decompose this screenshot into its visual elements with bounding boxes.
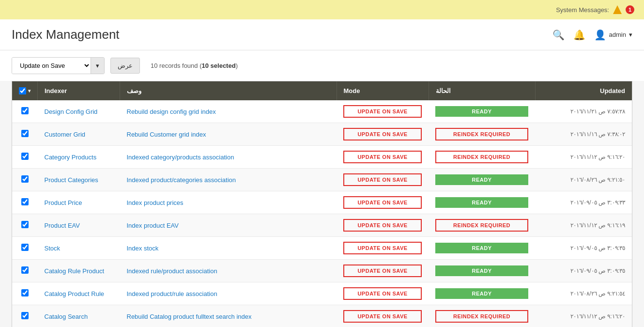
mode-badge: UPDATE ON SAVE (343, 105, 422, 118)
mode-badge: UPDATE ON SAVE (343, 242, 422, 254)
status-badge: READY (435, 106, 528, 117)
select-all-checkbox[interactable] (19, 87, 26, 94)
row-checkbox-cell (12, 123, 38, 146)
status-badge: READY (435, 243, 528, 253)
row-mode: UPDATE ON SAVE (337, 260, 429, 282)
row-status: REINDEX REQUIRED (429, 146, 535, 169)
row-status: READY (429, 169, 535, 191)
row-updated: ٩:٢١:٥٤ ص ٢٠١٦/٠٨/٢٦ (535, 282, 632, 305)
row-updated: ٩:٢١:٥٠ ص ٢٠١٦/٠٨/٢٦ (535, 169, 632, 191)
th-mode: Mode (337, 81, 429, 100)
mode-badge: UPDATE ON SAVE (343, 287, 422, 300)
page-title: Index Management (12, 27, 120, 42)
submit-button[interactable]: عرض (110, 58, 140, 74)
row-checkbox-cell (12, 146, 38, 169)
row-mode: UPDATE ON SAVE (337, 100, 429, 123)
action-select[interactable]: Update on Save Update by Schedule (12, 58, 91, 74)
row-checkbox[interactable] (21, 221, 29, 228)
mode-badge: UPDATE ON SAVE (343, 196, 422, 209)
row-description: Index product prices (120, 191, 337, 214)
row-status: READY (429, 237, 535, 260)
row-status: REINDEX REQUIRED (429, 305, 535, 327)
row-checkbox[interactable] (21, 312, 29, 319)
row-description: Indexed rule/product association (120, 260, 337, 282)
action-select-wrapper[interactable]: Update on Save Update by Schedule ▾ (12, 57, 105, 74)
admin-user-menu[interactable]: 👤 admin ▾ (594, 29, 632, 41)
row-checkbox[interactable] (21, 289, 29, 296)
status-badge: READY (435, 288, 528, 299)
row-status: REINDEX REQUIRED (429, 123, 535, 146)
mode-badge: UPDATE ON SAVE (343, 173, 422, 186)
search-icon[interactable]: 🔍 (552, 29, 565, 41)
admin-chevron-icon: ▾ (629, 31, 632, 38)
row-description: Indexed product/categories association (120, 169, 337, 191)
row-indexer: Stock (38, 237, 120, 260)
system-messages-label: System Messages: (556, 6, 609, 14)
system-bar: System Messages: 1 (0, 0, 644, 19)
row-checkbox-cell (12, 282, 38, 305)
row-mode: UPDATE ON SAVE (337, 282, 429, 305)
row-status: READY (429, 100, 535, 123)
records-end: ) (236, 62, 238, 69)
indexer-link[interactable]: Category Products (45, 154, 97, 161)
row-indexer: Product EAV (38, 214, 120, 237)
row-checkbox-cell (12, 260, 38, 282)
indexer-link[interactable]: Customer Grid (45, 131, 86, 138)
indexer-link[interactable]: Stock (45, 245, 61, 252)
status-badge: REINDEX REQUIRED (435, 310, 528, 323)
row-checkbox[interactable] (21, 153, 29, 160)
row-checkbox[interactable] (21, 175, 29, 183)
records-info: 10 records found (10 selected) (151, 62, 238, 69)
page-header: Index Management 🔍 🔔 👤 admin ▾ (0, 19, 644, 50)
row-updated: ٣:٠٩:٣٣ ص ٢٠١٦/٠٩/٠٥ (535, 191, 632, 214)
row-indexer: Catalog Search (38, 305, 120, 327)
table-row: Catalog SearchRebuild Catalog product fu… (12, 305, 632, 327)
indexer-link[interactable]: Product EAV (45, 222, 80, 229)
status-badge: READY (435, 197, 528, 208)
indexer-link[interactable]: Product Price (45, 199, 82, 206)
row-description: Rebuild design config grid index (120, 100, 337, 123)
row-indexer: Customer Grid (38, 123, 120, 146)
status-badge: READY (435, 265, 528, 276)
row-checkbox[interactable] (21, 130, 29, 137)
row-mode: UPDATE ON SAVE (337, 123, 429, 146)
row-checkbox[interactable] (21, 107, 29, 114)
indexer-link[interactable]: Design Config Grid (45, 108, 98, 115)
table-row: Product CategoriesIndexed product/catego… (12, 169, 632, 191)
mode-badge: UPDATE ON SAVE (343, 151, 422, 163)
select-dropdown-button[interactable]: ▾ (91, 58, 104, 74)
th-checkbox: ▾ (12, 81, 38, 100)
row-updated: ٣:٠٩:٣٥ ص ٢٠١٦/٠٩/٠٥ (535, 260, 632, 282)
table-row: StockIndex stockUPDATE ON SAVEREADY٣:٠٩:… (12, 237, 632, 260)
chevron-down-icon: ▾ (96, 62, 99, 69)
row-checkbox[interactable] (21, 266, 29, 274)
select-all-chevron-icon[interactable]: ▾ (28, 88, 31, 93)
row-description: Indexed product/rule association (120, 282, 337, 305)
status-badge: REINDEX REQUIRED (435, 151, 528, 163)
row-mode: UPDATE ON SAVE (337, 146, 429, 169)
row-indexer: Catalog Product Rule (38, 282, 120, 305)
row-status: READY (429, 260, 535, 282)
row-indexer: Product Categories (38, 169, 120, 191)
row-checkbox-cell (12, 214, 38, 237)
records-text: 10 records found ( (151, 62, 202, 69)
table-row: Catalog Product RuleIndexed product/rule… (12, 282, 632, 305)
bell-icon[interactable]: 🔔 (573, 29, 585, 41)
mode-badge: UPDATE ON SAVE (343, 310, 422, 323)
indexer-link[interactable]: Product Categories (45, 176, 98, 184)
row-checkbox[interactable] (21, 244, 29, 251)
row-checkbox[interactable] (21, 198, 29, 205)
indexer-link[interactable]: Catalog Rule Product (45, 267, 105, 275)
table-row: Customer GridRebuild Customer grid index… (12, 123, 632, 146)
status-badge: READY (435, 174, 528, 185)
system-message-count: 1 (626, 5, 634, 14)
index-table-container: ▾ Indexer وصف Mode الحالة Updated Design… (12, 81, 632, 327)
row-indexer: Catalog Rule Product (38, 260, 120, 282)
indexer-link[interactable]: Catalog Product Rule (45, 290, 105, 297)
indexer-link[interactable]: Catalog Search (45, 313, 88, 320)
row-updated: ٧:٣٨:٠٢ ص ٢٠١٦/١١/١٦ (535, 123, 632, 146)
row-status: READY (429, 191, 535, 214)
th-updated: Updated (535, 81, 632, 100)
admin-avatar-icon: 👤 (594, 29, 606, 41)
mode-badge: UPDATE ON SAVE (343, 128, 422, 140)
